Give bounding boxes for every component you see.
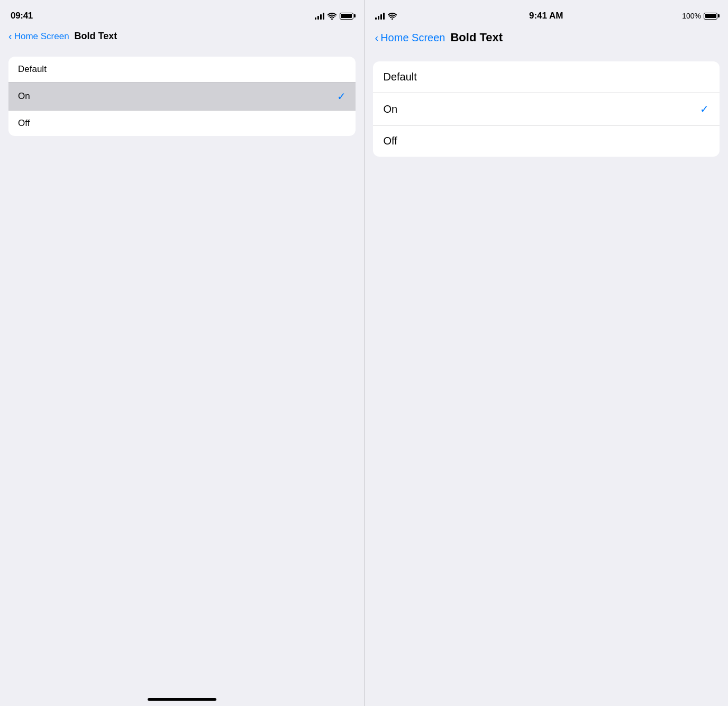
right-battery-pct: 100% <box>682 12 701 20</box>
left-nav-bar: ‹ Home Screen Bold Text <box>0 29 364 48</box>
right-back-label: Home Screen <box>380 32 445 44</box>
left-options-card: Default On ✓ Off <box>8 57 356 136</box>
back-chevron-icon: ‹ <box>8 31 12 41</box>
left-checkmark-icon: ✓ <box>337 90 346 103</box>
left-back-label: Home Screen <box>14 31 69 42</box>
signal-icon <box>315 12 324 20</box>
right-option-on[interactable]: On ✓ <box>373 93 720 125</box>
right-back-button[interactable]: ‹ Home Screen <box>375 32 445 44</box>
left-option-off-label: Off <box>18 118 30 129</box>
left-status-bar: 09:41 <box>0 0 364 29</box>
right-status-right: 100% <box>682 12 717 20</box>
left-home-indicator <box>148 698 216 701</box>
right-status-time: 9:41 AM <box>529 11 563 21</box>
left-battery <box>340 13 353 20</box>
right-content: Default On ✓ Off <box>365 53 729 165</box>
right-phone-panel: 9:41 AM 100% ‹ Home Screen Bold Text Def… <box>365 0 729 706</box>
right-option-default-label: Default <box>384 71 417 83</box>
right-checkmark-icon: ✓ <box>700 103 709 115</box>
right-page-title: Bold Text <box>450 31 503 44</box>
left-phone-panel: 09:41 ‹ Home Screen Bold Text <box>0 0 365 706</box>
right-option-on-label: On <box>384 103 398 115</box>
battery-icon <box>340 13 353 20</box>
left-status-icons <box>315 12 353 20</box>
left-status-time: 09:41 <box>11 11 33 21</box>
left-back-button[interactable]: ‹ Home Screen <box>8 31 69 42</box>
right-options-card: Default On ✓ Off <box>373 61 720 157</box>
right-signal-icon <box>375 12 385 20</box>
left-page-title: Bold Text <box>75 31 117 42</box>
left-option-off[interactable]: Off <box>8 110 356 136</box>
right-status-bar: 9:41 AM 100% <box>365 0 729 29</box>
left-option-default-label: Default <box>18 64 47 75</box>
left-content: Default On ✓ Off <box>0 48 364 144</box>
right-battery-icon <box>704 13 717 20</box>
left-option-on-label: On <box>18 91 30 102</box>
wifi-icon <box>327 13 336 20</box>
right-back-chevron-icon: ‹ <box>375 32 379 43</box>
left-option-default[interactable]: Default <box>8 57 356 82</box>
right-option-off[interactable]: Off <box>373 125 720 157</box>
right-option-off-label: Off <box>384 135 397 147</box>
right-wifi-icon <box>388 13 397 20</box>
right-option-default[interactable]: Default <box>373 61 720 93</box>
right-status-left <box>375 12 397 20</box>
right-nav-bar: ‹ Home Screen Bold Text <box>365 29 729 53</box>
left-option-on[interactable]: On ✓ <box>8 82 356 110</box>
